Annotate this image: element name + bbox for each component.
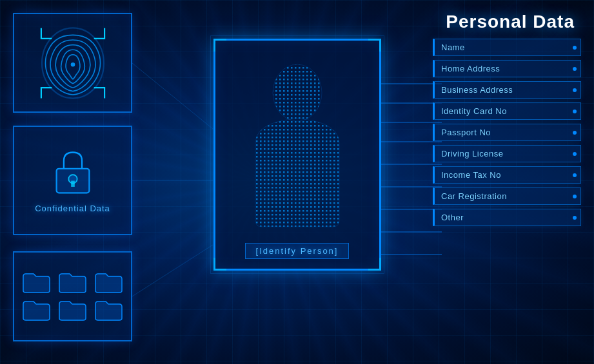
folder-item xyxy=(94,299,124,321)
svg-rect-19 xyxy=(71,181,75,187)
folder-item xyxy=(21,271,52,294)
person-silhouette xyxy=(233,59,362,240)
folder-item xyxy=(57,299,88,321)
field-home-address: Home Address xyxy=(433,60,581,77)
folder-icon xyxy=(22,271,51,294)
panel-center: [Identify Person] xyxy=(213,39,381,271)
field-passport: Passport No xyxy=(433,124,581,141)
folder-item xyxy=(94,271,124,294)
field-business-address: Business Address xyxy=(433,81,581,99)
identify-label: [Identify Person] xyxy=(245,243,350,259)
folder-icon xyxy=(22,299,51,321)
corner-tl xyxy=(213,39,226,52)
page-title: Personal Data xyxy=(446,12,575,32)
fingerprint-icon xyxy=(37,24,108,102)
field-name: Name xyxy=(433,39,581,56)
panel-folders xyxy=(13,251,132,341)
folders-grid xyxy=(21,271,124,321)
svg-point-14 xyxy=(70,62,75,66)
panel-right: Name Home Address Business Address Ident… xyxy=(433,39,581,226)
folder-icon xyxy=(94,299,123,321)
folder-icon xyxy=(58,299,87,321)
field-driving-license: Driving License xyxy=(433,145,581,162)
panel-fingerprint xyxy=(13,13,132,113)
field-identity-card: Identity Card No xyxy=(433,102,581,120)
corner-br xyxy=(368,258,381,271)
corner-bl xyxy=(213,258,226,271)
folder-icon xyxy=(58,271,87,294)
folder-item xyxy=(57,271,88,294)
panel-confidential: Confidential Data xyxy=(13,126,132,235)
field-income-tax: Income Tax No xyxy=(433,166,581,184)
folder-icon xyxy=(94,271,123,294)
corner-tr xyxy=(368,39,381,52)
lock-icon xyxy=(50,148,95,196)
svg-rect-23 xyxy=(233,59,362,240)
field-other: Other xyxy=(433,209,581,226)
folder-item xyxy=(21,299,52,321)
field-car-registration: Car Registration xyxy=(433,187,581,205)
confidential-label: Confidential Data xyxy=(35,204,110,213)
